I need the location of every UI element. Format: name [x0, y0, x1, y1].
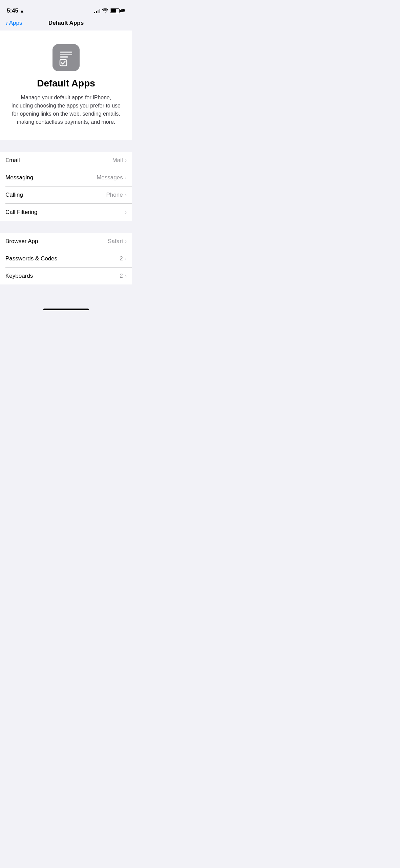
signal-bar-4 — [99, 9, 100, 13]
row-right-call-filtering: › — [123, 209, 127, 215]
settings-group-communication: Email Mail › Messaging Messages › Callin… — [0, 152, 132, 221]
chevron-icon-calling: › — [125, 192, 127, 198]
chevron-icon-email: › — [125, 157, 127, 163]
back-label: Apps — [9, 20, 22, 26]
settings-row-calling[interactable]: Calling Phone › — [0, 186, 132, 203]
chevron-icon-browser-app: › — [125, 238, 127, 244]
section-divider-2 — [0, 221, 132, 233]
chevron-icon-call-filtering: › — [125, 209, 127, 215]
hero-title: Default Apps — [37, 78, 95, 89]
hero-description: Manage your default apps for iPhone, inc… — [10, 94, 122, 126]
battery-level: 65 — [121, 8, 125, 13]
chevron-icon-passwords-codes: › — [125, 256, 127, 262]
section-divider-1 — [0, 140, 132, 152]
home-indicator — [43, 309, 89, 310]
settings-row-messaging[interactable]: Messaging Messages › — [0, 169, 132, 186]
status-time: 5:45 ▲ — [7, 7, 24, 14]
chevron-icon-messaging: › — [125, 175, 127, 181]
row-value-browser-app: Safari — [108, 238, 123, 245]
svg-rect-2 — [60, 54, 72, 55]
back-button[interactable]: ‹ Apps — [5, 20, 22, 26]
nav-bar: ‹ Apps Default Apps — [0, 17, 132, 31]
signal-bar-3 — [98, 10, 99, 13]
row-label-browser-app: Browser App — [5, 238, 38, 245]
row-value-messaging: Messages — [97, 174, 123, 181]
bottom-spacer — [0, 284, 132, 301]
status-bar: 5:45 ▲ 65 — [0, 0, 132, 17]
row-label-email: Email — [5, 157, 20, 164]
settings-row-keyboards[interactable]: Keyboards 2 › — [0, 268, 132, 284]
settings-group-system: Browser App Safari › Passwords & Codes 2… — [0, 233, 132, 284]
row-right-passwords-codes: 2 › — [120, 255, 127, 262]
row-right-calling: Phone › — [106, 192, 127, 198]
home-indicator-area — [0, 301, 132, 313]
hero-section: Default Apps Manage your default apps fo… — [0, 31, 132, 140]
app-icon — [52, 44, 80, 71]
row-right-email: Mail › — [112, 157, 127, 164]
svg-rect-1 — [60, 52, 72, 53]
chevron-icon-keyboards: › — [125, 273, 127, 279]
row-label-keyboards: Keyboards — [5, 273, 33, 279]
time-label: 5:45 — [7, 7, 18, 14]
settings-row-browser-app[interactable]: Browser App Safari › — [0, 233, 132, 250]
row-right-keyboards: 2 › — [120, 273, 127, 279]
status-icons: 65 — [94, 8, 125, 14]
settings-row-passwords-codes[interactable]: Passwords & Codes 2 › — [0, 250, 132, 267]
back-chevron-icon: ‹ — [5, 20, 8, 26]
row-value-passwords-codes: 2 — [120, 255, 123, 262]
signal-bar-1 — [94, 12, 95, 13]
nav-title: Default Apps — [48, 20, 84, 26]
row-right-browser-app: Safari › — [108, 238, 127, 245]
wifi-icon — [102, 8, 108, 14]
row-value-calling: Phone — [106, 192, 123, 198]
row-label-passwords-codes: Passwords & Codes — [5, 255, 57, 262]
settings-row-call-filtering[interactable]: Call Filtering › — [0, 204, 132, 221]
row-value-keyboards: 2 — [120, 273, 123, 279]
person-icon: ▲ — [20, 8, 24, 14]
row-right-messaging: Messages › — [97, 174, 127, 181]
signal-bar-2 — [96, 11, 97, 13]
settings-row-email[interactable]: Email Mail › — [0, 152, 132, 169]
row-label-calling: Calling — [5, 192, 23, 198]
row-value-email: Mail — [112, 157, 123, 164]
row-label-call-filtering: Call Filtering — [5, 209, 37, 216]
svg-rect-3 — [60, 56, 68, 58]
signal-icon — [94, 8, 100, 13]
battery-icon: 65 — [110, 8, 125, 13]
app-icon-svg — [52, 44, 80, 71]
row-label-messaging: Messaging — [5, 174, 33, 181]
